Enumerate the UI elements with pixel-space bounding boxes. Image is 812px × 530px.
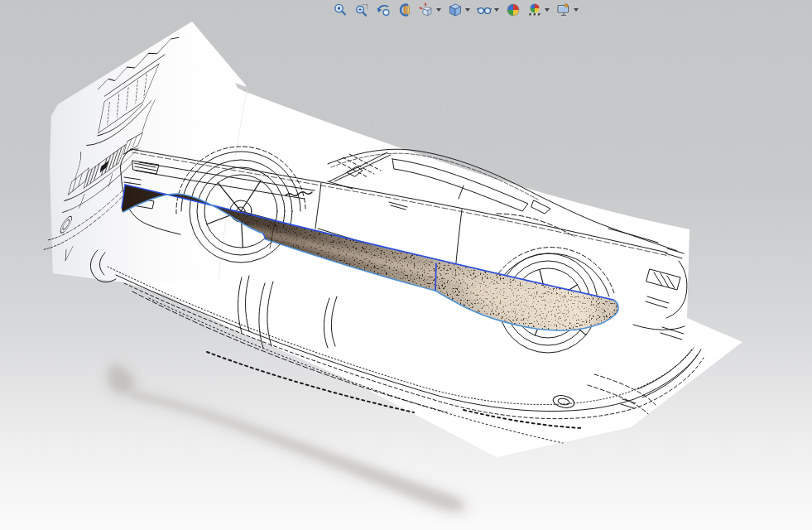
zoom-to-fit-icon [333, 2, 348, 17]
view-orientation-icon [419, 2, 434, 17]
dropdown-arrow-icon[interactable] [545, 8, 550, 12]
view-orientation-button[interactable] [418, 2, 442, 18]
previous-view-icon [376, 2, 391, 17]
skirt-seam-edge [435, 263, 436, 291]
dropdown-arrow-icon[interactable] [436, 8, 441, 12]
edit-appearance-button[interactable] [505, 2, 521, 18]
display-style-icon [448, 2, 463, 17]
section-view-button[interactable] [396, 2, 413, 18]
hide-show-items-icon [477, 2, 492, 17]
section-view-icon [397, 2, 412, 17]
heads-up-view-toolbar [332, 1, 579, 19]
hide-show-items-button[interactable] [476, 2, 500, 18]
edit-appearance-icon [506, 2, 521, 17]
zoom-to-area-icon [354, 2, 369, 17]
apply-scene-button[interactable] [526, 2, 550, 18]
view-settings-icon [556, 2, 571, 17]
zoom-to-fit-button[interactable] [332, 2, 348, 18]
zoom-to-area-button[interactable] [353, 2, 370, 18]
apply-scene-icon [527, 2, 542, 17]
display-style-button[interactable] [447, 2, 471, 18]
dropdown-arrow-icon[interactable] [494, 8, 499, 12]
dropdown-arrow-icon[interactable] [574, 8, 579, 12]
view-settings-button[interactable] [555, 2, 579, 18]
graphics-area[interactable] [0, 0, 812, 530]
previous-view-button[interactable] [375, 2, 392, 18]
dropdown-arrow-icon[interactable] [465, 8, 470, 12]
